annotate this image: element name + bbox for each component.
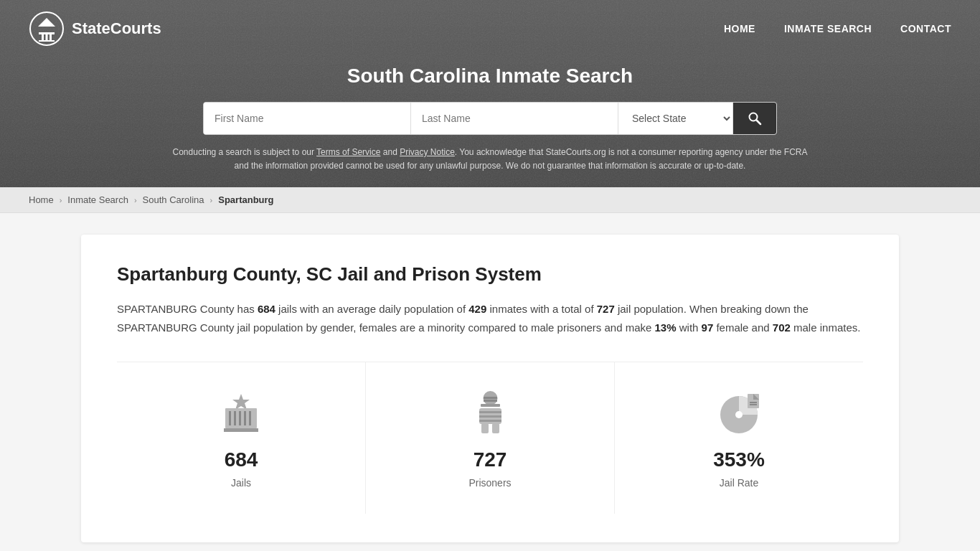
desc-2: jails with an average daily population o… [275, 303, 468, 315]
svg-rect-26 [481, 423, 489, 433]
stat-jail-rate-label: Jail Rate [629, 477, 849, 489]
svg-rect-25 [479, 420, 501, 422]
jail-icon [220, 391, 263, 434]
svg-rect-14 [239, 411, 241, 425]
svg-rect-23 [479, 411, 501, 413]
site-header: StateCourts HOME INMATE SEARCH CONTACT S… [0, 0, 980, 187]
stat-jails-label: Jails [131, 477, 351, 489]
svg-rect-27 [492, 423, 499, 433]
main-content: Spartanburg County, SC Jail and Prison S… [67, 235, 913, 542]
county-description: SPARTANBURG County has 684 jails with an… [117, 300, 863, 336]
svg-rect-20 [484, 397, 497, 399]
nav-inmate-search[interactable]: INMATE SEARCH [784, 23, 872, 34]
breadcrumb-inmate-search[interactable]: Inmate Search [67, 194, 128, 205]
desc-5: with [677, 321, 702, 334]
svg-rect-2 [46, 34, 48, 41]
svg-rect-3 [50, 34, 52, 41]
disclaimer-text-between: and [380, 147, 400, 157]
svg-rect-5 [39, 40, 55, 42]
disclaimer: Conducting a search is subject to our Te… [167, 146, 813, 173]
search-button[interactable] [733, 103, 776, 134]
disclaimer-text-before: Conducting a search is subject to our [173, 147, 317, 157]
jail-icon-container [131, 387, 351, 438]
female-pct: 13% [655, 321, 677, 334]
last-name-input[interactable] [411, 103, 618, 134]
svg-line-9 [757, 121, 761, 125]
svg-rect-1 [42, 34, 44, 41]
stat-prisoners-label: Prisoners [380, 477, 600, 489]
avg-pop: 429 [468, 303, 486, 315]
page-title: South Carolina Inmate Search [14, 65, 966, 88]
nav-links: HOME INMATE SEARCH CONTACT [724, 23, 951, 34]
search-bar: Select StateAlabamaAlaskaArizonaArkansas… [203, 102, 777, 135]
breadcrumb-state[interactable]: South Carolina [143, 194, 204, 205]
desc-7: male inmates. [791, 321, 861, 334]
svg-rect-13 [234, 411, 236, 425]
nav-contact[interactable]: CONTACT [900, 23, 951, 34]
state-select[interactable]: Select StateAlabamaAlaskaArizonaArkansas… [618, 103, 733, 134]
stat-jail-rate-number: 353% [629, 448, 849, 471]
svg-rect-24 [479, 415, 501, 418]
logo-icon [29, 11, 65, 47]
svg-point-29 [735, 411, 743, 418]
stat-prisoners-number: 727 [380, 448, 600, 471]
breadcrumb-sep-2: › [134, 196, 137, 204]
breadcrumb-sep-1: › [60, 196, 62, 204]
privacy-link[interactable]: Privacy Notice [400, 147, 455, 157]
breadcrumb: Home › Inmate Search › South Carolina › … [0, 187, 980, 213]
female-count: 97 [702, 321, 714, 334]
svg-rect-15 [244, 411, 246, 425]
first-name-input[interactable] [204, 103, 411, 134]
breadcrumb-sep-3: › [210, 196, 213, 204]
stat-prisoners: 727 Prisoners [366, 362, 615, 514]
desc-6: female and [713, 321, 773, 334]
top-nav: StateCourts HOME INMATE SEARCH CONTACT [0, 0, 980, 57]
stats-row: 684 Jails [117, 362, 863, 514]
prisoner-icon-container [380, 387, 600, 438]
svg-marker-10 [232, 394, 250, 410]
male-count: 702 [773, 321, 791, 334]
search-icon [748, 111, 762, 126]
prisoner-icon [471, 390, 510, 436]
stat-jails: 684 Jails [117, 362, 366, 514]
svg-rect-33 [750, 404, 757, 405]
logo-text: StateCourts [72, 19, 161, 38]
search-section: South Carolina Inmate Search Select Stat… [0, 57, 980, 187]
breadcrumb-current: Spartanburg [218, 194, 273, 205]
stat-jail-rate: 353% Jail Rate [615, 362, 863, 514]
stat-jails-number: 684 [131, 448, 351, 471]
desc-3: inmates with a total of [486, 303, 596, 315]
svg-rect-7 [44, 23, 49, 27]
desc-1: SPARTANBURG County has [117, 303, 258, 315]
content-card: Spartanburg County, SC Jail and Prison S… [81, 235, 899, 542]
svg-rect-32 [750, 402, 757, 403]
svg-rect-16 [249, 411, 251, 425]
breadcrumb-home[interactable]: Home [29, 194, 54, 205]
pie-chart-icon [716, 390, 763, 436]
pie-icon-container [629, 387, 849, 438]
terms-link[interactable]: Terms of Service [316, 147, 380, 157]
svg-rect-4 [39, 32, 55, 34]
county-title: Spartanburg County, SC Jail and Prison S… [117, 263, 863, 286]
logo-link[interactable]: StateCourts [29, 11, 161, 47]
nav-home[interactable]: HOME [724, 23, 755, 34]
svg-rect-21 [484, 400, 497, 402]
svg-rect-19 [481, 404, 500, 407]
total-pop: 727 [597, 303, 615, 315]
svg-rect-12 [229, 411, 231, 425]
svg-rect-17 [224, 428, 258, 432]
jails-count: 684 [258, 303, 275, 315]
